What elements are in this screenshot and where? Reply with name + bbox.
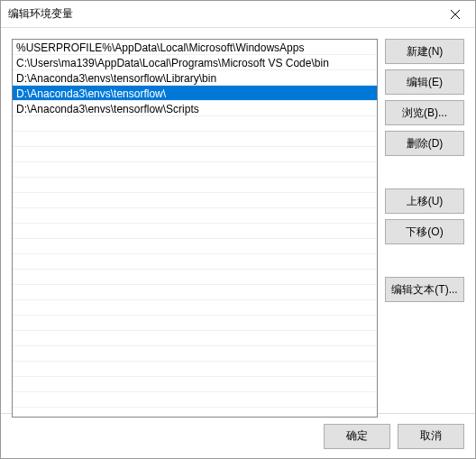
browse-button[interactable]: 浏览(B)...	[385, 100, 464, 125]
list-empty-row	[13, 362, 377, 377]
edit-text-button[interactable]: 编辑文本(T)...	[385, 277, 464, 302]
dialog-footer: 确定 取消	[1, 413, 475, 458]
list-empty-row	[13, 193, 377, 208]
side-button-column: 新建(N) 编辑(E) 浏览(B)... 删除(D) 上移(U) 下移(O) 编…	[385, 39, 464, 402]
list-item[interactable]: %USERPROFILE%\AppData\Local\Microsoft\Wi…	[13, 40, 377, 55]
list-empty-row	[13, 377, 377, 392]
list-empty-row	[13, 270, 377, 285]
list-empty-row	[13, 178, 377, 193]
list-empty-row	[13, 392, 377, 408]
close-button[interactable]	[435, 1, 475, 28]
path-listbox[interactable]: %USERPROFILE%\AppData\Local\Microsoft\Wi…	[12, 39, 378, 418]
list-empty-row	[13, 254, 377, 270]
button-spacer	[385, 250, 464, 271]
list-empty-row	[13, 300, 377, 316]
dialog-content: %USERPROFILE%\AppData\Local\Microsoft\Wi…	[1, 28, 475, 413]
list-empty-row	[13, 331, 377, 346]
ok-button[interactable]: 确定	[324, 424, 390, 449]
list-empty-row	[13, 147, 377, 162]
close-icon	[451, 10, 460, 19]
list-item[interactable]: D:\Anaconda3\envs\tensorflow\	[13, 86, 377, 101]
button-spacer	[385, 161, 464, 183]
titlebar: 编辑环境变量	[1, 1, 475, 28]
list-empty-row	[13, 346, 377, 362]
move-up-button[interactable]: 上移(U)	[385, 188, 464, 214]
list-empty-row	[13, 208, 377, 224]
list-empty-row	[13, 316, 377, 331]
list-item[interactable]: D:\Anaconda3\envs\tensorflow\Scripts	[13, 101, 377, 116]
list-empty-row	[13, 224, 377, 239]
list-empty-row	[13, 285, 377, 300]
list-item[interactable]: D:\Anaconda3\envs\tensorflow\Library\bin	[13, 70, 377, 86]
list-empty-row	[13, 116, 377, 132]
list-empty-row	[13, 132, 377, 147]
list-empty-row	[13, 239, 377, 254]
list-item[interactable]: C:\Users\ma139\AppData\Local\Programs\Mi…	[13, 55, 377, 70]
new-button[interactable]: 新建(N)	[385, 39, 464, 64]
edit-button[interactable]: 编辑(E)	[385, 69, 464, 95]
delete-button[interactable]: 删除(D)	[385, 131, 464, 156]
move-down-button[interactable]: 下移(O)	[385, 219, 464, 244]
cancel-button[interactable]: 取消	[398, 424, 464, 449]
window-title: 编辑环境变量	[8, 6, 73, 22]
list-empty-row	[13, 162, 377, 178]
